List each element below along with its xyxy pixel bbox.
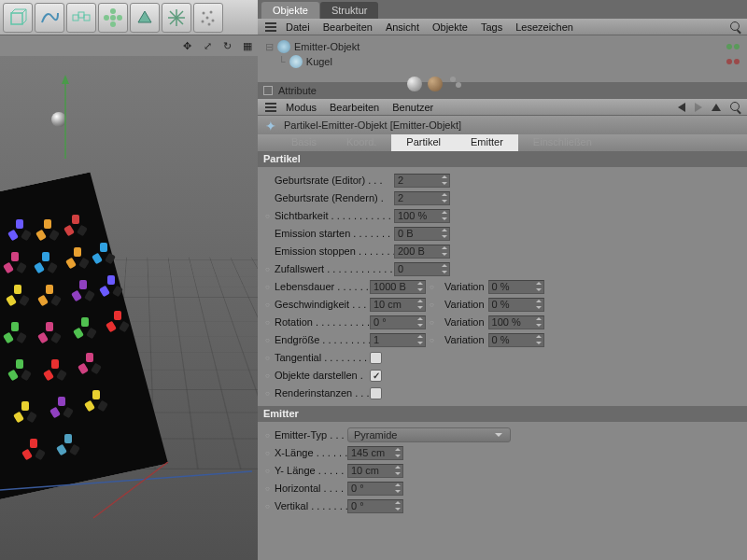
input-ylen[interactable]: 10 cm bbox=[347, 464, 403, 478]
menu-tags[interactable]: Tags bbox=[481, 21, 502, 33]
material-ball-icon[interactable] bbox=[428, 77, 443, 91]
menu-mode[interactable]: Modus bbox=[286, 102, 317, 113]
nav-up-icon[interactable] bbox=[712, 104, 721, 111]
label-variation: Variation bbox=[444, 299, 485, 310]
input-emit-start[interactable]: 0 B bbox=[394, 227, 450, 241]
label-emitter-type: Emitter-Typ . . . bbox=[275, 429, 347, 441]
tool-array[interactable] bbox=[66, 3, 96, 33]
viewport-mini-tools: ✥ ⤢ ↻ ▦ bbox=[177, 35, 258, 56]
viewport-3d[interactable] bbox=[0, 56, 258, 560]
input-rotation-var[interactable]: 100 % bbox=[488, 315, 544, 329]
checkbox-tangential[interactable] bbox=[370, 352, 382, 364]
tool-expand[interactable] bbox=[162, 3, 191, 33]
menu-icon[interactable] bbox=[265, 103, 276, 112]
top-toolbar bbox=[0, 0, 258, 35]
subtab-partikel[interactable]: Partikel bbox=[391, 134, 456, 151]
svg-marker-25 bbox=[62, 75, 69, 84]
menu-icon[interactable] bbox=[265, 22, 276, 32]
input-speed[interactable]: 10 cm bbox=[370, 298, 426, 312]
tool-particles[interactable] bbox=[193, 3, 223, 33]
attributes-menubar: Modus Bearbeiten Benutzer bbox=[258, 99, 747, 116]
input-endsize[interactable]: 1 bbox=[370, 333, 426, 347]
menu-view[interactable]: Ansicht bbox=[386, 21, 419, 33]
nav-back-icon[interactable] bbox=[678, 103, 685, 112]
input-lifetime[interactable]: 1000 B bbox=[370, 280, 426, 294]
label-ylen: Y- Länge . . . . . . . bbox=[275, 465, 347, 476]
attributes-title: Attribute bbox=[278, 85, 317, 96]
svg-rect-7 bbox=[78, 12, 84, 18]
input-lifetime-var[interactable]: 0 % bbox=[488, 280, 544, 294]
object-title: Partikel-Emitter-Objekt [Emitter-Objekt] bbox=[284, 119, 461, 131]
label-variation: Variation bbox=[444, 334, 485, 345]
search-icon[interactable] bbox=[730, 21, 741, 33]
label-variation: Variation bbox=[444, 281, 485, 292]
menu-file[interactable]: Datei bbox=[286, 21, 310, 33]
tag-icons bbox=[407, 77, 463, 91]
pan-icon[interactable]: ✥ bbox=[181, 39, 194, 52]
tool-flower[interactable] bbox=[98, 3, 128, 33]
label-render-inst: Renderinstanzen . . . bbox=[275, 387, 370, 399]
svg-line-2 bbox=[22, 9, 26, 13]
collapse-icon[interactable] bbox=[263, 86, 273, 95]
subtab-einschl[interactable]: Einschließen bbox=[518, 134, 607, 151]
tree-item-kugel[interactable]: └ Kugel bbox=[265, 54, 740, 69]
label-birth-editor: Geburtsrate (Editor) . . . bbox=[275, 175, 394, 186]
label-xlen: X-Länge . . . . . . . . . bbox=[275, 447, 347, 458]
zoom-icon[interactable]: ⤢ bbox=[201, 39, 214, 52]
tree-label: Emitter-Objekt bbox=[294, 41, 359, 52]
svg-rect-8 bbox=[84, 15, 90, 21]
menu-edit[interactable]: Bearbeiten bbox=[323, 21, 373, 33]
input-birth-render[interactable]: 2 bbox=[394, 191, 450, 205]
search-icon[interactable] bbox=[730, 102, 741, 113]
label-random: Zufallswert . . . . . . . . . . . . . . … bbox=[275, 263, 394, 274]
subtab-koord[interactable]: Koord. bbox=[331, 134, 391, 151]
input-horiz[interactable]: 0 ° bbox=[347, 482, 403, 496]
input-visibility[interactable]: 100 % bbox=[394, 209, 450, 223]
svg-point-11 bbox=[110, 21, 116, 27]
input-vert[interactable]: 0 ° bbox=[347, 499, 403, 513]
input-rotation[interactable]: 0 ° bbox=[370, 315, 426, 329]
section-partikel: Partikel bbox=[258, 151, 747, 167]
tool-wedge[interactable] bbox=[130, 3, 160, 33]
tree-item-emitter[interactable]: ⊟ Emitter-Objekt bbox=[265, 39, 740, 54]
svg-line-27 bbox=[93, 462, 168, 518]
svg-point-12 bbox=[104, 15, 109, 21]
label-endsize: Endgröße . . . . . . . . . . . . . bbox=[275, 334, 370, 345]
input-random[interactable]: 0 bbox=[394, 262, 450, 276]
svg-point-19 bbox=[210, 10, 213, 13]
svg-point-22 bbox=[212, 19, 215, 21]
input-birth-editor[interactable]: 2 bbox=[394, 174, 450, 188]
subtab-basis[interactable]: Basis bbox=[276, 134, 331, 151]
svg-point-18 bbox=[203, 11, 205, 14]
svg-rect-6 bbox=[73, 15, 78, 21]
input-endsize-var[interactable]: 0 % bbox=[488, 333, 544, 347]
menu-edit[interactable]: Bearbeiten bbox=[330, 102, 379, 113]
label-lifetime: Lebensdauer . . . . . . . . . bbox=[275, 281, 370, 292]
tab-objects[interactable]: Objekte bbox=[261, 2, 319, 19]
menu-user[interactable]: Benutzer bbox=[392, 102, 433, 113]
input-xlen[interactable]: 145 cm bbox=[347, 446, 403, 460]
tool-cube[interactable] bbox=[3, 3, 33, 33]
rotate-icon[interactable]: ↻ bbox=[221, 39, 234, 52]
label-birth-render: Geburtsrate (Rendern) . bbox=[275, 192, 394, 203]
label-rotation: Rotation . . . . . . . . . . . . . bbox=[275, 316, 370, 328]
right-panel: Objekte Struktur Datei Bearbeiten Ansich… bbox=[258, 0, 747, 560]
menu-bookmarks[interactable]: Lesezeichen bbox=[515, 21, 573, 33]
svg-point-10 bbox=[110, 8, 116, 14]
checkbox-render-instances[interactable] bbox=[370, 387, 382, 399]
checkbox-show-objects[interactable] bbox=[370, 370, 382, 382]
input-emit-stop[interactable]: 200 B bbox=[394, 245, 450, 259]
material-ball-icon[interactable] bbox=[407, 77, 422, 91]
subtab-emitter[interactable]: Emitter bbox=[456, 134, 518, 151]
menu-objects[interactable]: Objekte bbox=[432, 21, 468, 33]
phong-icon[interactable] bbox=[448, 77, 463, 91]
svg-point-23 bbox=[208, 22, 211, 25]
nav-forward-icon[interactable] bbox=[695, 103, 702, 112]
dropdown-emitter-type[interactable]: Pyramide bbox=[347, 427, 511, 442]
objects-menubar: Datei Bearbeiten Ansicht Objekte Tags Le… bbox=[258, 19, 747, 35]
tab-structure[interactable]: Struktur bbox=[320, 2, 379, 19]
attributes-header: Attribute bbox=[258, 82, 747, 99]
layout-icon[interactable]: ▦ bbox=[241, 39, 254, 52]
input-speed-var[interactable]: 0 % bbox=[488, 298, 544, 312]
tool-spline[interactable] bbox=[35, 3, 64, 33]
